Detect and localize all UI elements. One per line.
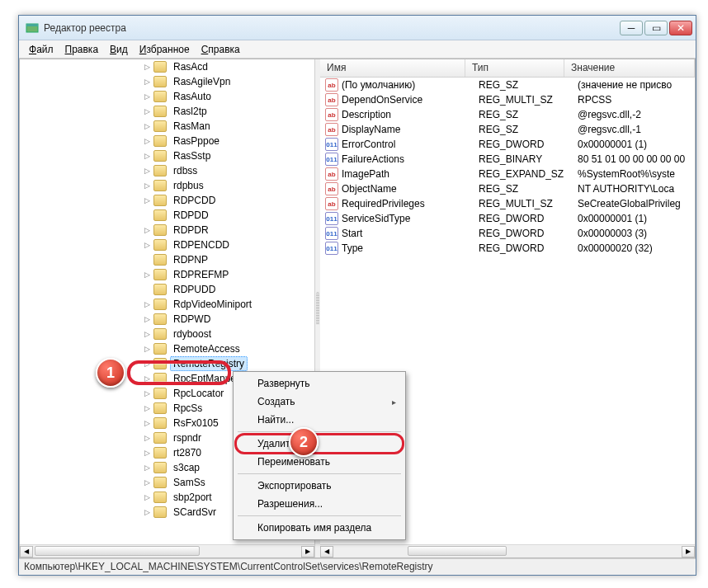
tree-item[interactable]: RDPWD [20,312,314,327]
ctx-create[interactable]: Создать [236,393,403,411]
tree-item[interactable]: RDPCDD [20,193,314,208]
tree-item[interactable]: RasPppoe [20,134,314,148]
expand-icon[interactable] [142,433,152,443]
expand-icon[interactable] [142,507,152,517]
expand-icon[interactable] [142,151,152,161]
value-row[interactable]: 011ErrorControlREG_DWORD0x00000001 (1) [320,137,695,152]
tree-item[interactable]: RDPDD [20,208,314,223]
menu-view[interactable]: Вид [105,42,133,57]
string-value-icon: ab [325,182,338,195]
tree-item-label: RDPNP [170,252,211,267]
expand-icon[interactable] [142,92,152,101]
expand-icon[interactable] [142,359,152,369]
ctx-find[interactable]: Найти... [236,411,403,429]
expand-icon[interactable] [142,62,152,72]
expand-icon[interactable] [142,463,152,473]
expand-icon[interactable] [142,418,152,428]
value-row[interactable]: 011StartREG_DWORD0x00000003 (3) [320,226,695,241]
tree-item[interactable]: RDPNP [20,252,314,267]
tree-item[interactable]: RdpVideoMiniport [20,297,314,312]
expand-icon[interactable] [142,136,152,146]
expand-icon[interactable] [142,225,152,235]
ctx-copy-key-name[interactable]: Копировать имя раздела [236,519,403,537]
scroll-left-icon[interactable]: ◀ [20,546,33,557]
scroll-left-icon[interactable]: ◀ [320,546,333,557]
value-row[interactable]: 011TypeREG_DWORD0x00000020 (32) [320,241,695,256]
expand-icon[interactable] [142,448,152,458]
value-row[interactable]: abRequiredPrivilegesREG_MULTI_SZSeCreate… [320,196,695,211]
col-value[interactable]: Значение [564,59,695,77]
value-name: Type [342,242,479,254]
maximize-button[interactable]: ▭ [644,21,668,35]
values-hscroll[interactable]: ◀ ▶ [320,544,695,557]
titlebar[interactable]: Редактор реестра ─ ▭ ✕ [19,16,696,40]
value-row[interactable]: 011FailureActionsREG_BINARY80 51 01 00 0… [320,152,695,167]
tree-item[interactable]: RDPDR [20,223,314,238]
value-row[interactable]: abImagePathREG_EXPAND_SZ%SystemRoot%\sys… [320,167,695,181]
tree-item[interactable]: RasSstp [20,148,314,163]
expand-icon[interactable] [142,477,152,487]
expand-icon[interactable] [142,240,152,250]
expand-icon[interactable] [142,106,152,116]
ctx-expand[interactable]: Развернуть [236,374,403,393]
scroll-right-icon[interactable]: ▶ [682,546,695,557]
expand-icon[interactable] [142,195,152,205]
ctx-delete[interactable]: Удалить [236,435,403,453]
menu-file[interactable]: Файл [24,42,59,57]
ctx-export[interactable]: Экспортировать [236,477,403,495]
close-button[interactable]: ✕ [669,21,692,35]
expand-icon[interactable] [142,77,152,87]
expand-icon[interactable] [142,314,152,324]
menu-favorites[interactable]: Избранное [135,42,195,57]
col-name[interactable]: Имя [320,59,465,77]
expand-icon[interactable] [142,121,152,131]
menu-help[interactable]: Справка [196,42,245,57]
expand-icon[interactable] [142,270,152,280]
scroll-right-icon[interactable]: ▶ [301,546,314,557]
values-header[interactable]: Имя Тип Значение [320,59,695,78]
tree-item[interactable]: RDPREFMP [20,267,314,282]
value-row[interactable]: abObjectNameREG_SZNT AUTHORITY\Loca [320,181,695,196]
expand-icon[interactable] [142,403,152,413]
tree-item[interactable]: RemoteRegistry [20,356,314,371]
value-data: @regsvc.dll,-2 [578,109,695,120]
tree-item[interactable]: RemoteAccess [20,341,314,356]
menu-edit[interactable]: Правка [60,42,104,57]
scroll-thumb[interactable] [35,546,200,556]
folder-icon [153,462,167,473]
scroll-thumb[interactable] [408,546,507,556]
expand-icon[interactable] [142,388,152,398]
minimize-button[interactable]: ─ [620,21,643,35]
ctx-permissions[interactable]: Разрешения... [236,495,403,513]
value-row[interactable]: abDependOnServiceREG_MULTI_SZRPCSS [320,92,695,107]
tree-item[interactable]: RasAcd [20,59,314,74]
tree-item[interactable]: RasAuto [20,89,314,104]
col-type[interactable]: Тип [465,59,564,77]
expand-icon[interactable] [142,329,152,339]
expand-icon[interactable] [142,255,152,265]
tree-item[interactable]: RDPUDD [20,282,314,297]
folder-icon [153,313,167,325]
expand-icon[interactable] [142,285,152,294]
expand-icon[interactable] [142,210,152,220]
tree-item[interactable]: RDPENCDD [20,238,314,252]
value-row[interactable]: 011ServiceSidTypeREG_DWORD0x00000001 (1) [320,211,695,226]
folder-icon [153,76,167,87]
tree-item[interactable]: rdpbus [20,178,314,193]
tree-item[interactable]: RasMan [20,119,314,134]
expand-icon[interactable] [142,181,152,191]
tree-item[interactable]: rdbss [20,163,314,178]
expand-icon[interactable] [142,492,152,502]
expand-icon[interactable] [142,166,152,176]
expand-icon[interactable] [142,374,152,383]
ctx-rename[interactable]: Переименовать [236,453,403,471]
value-row[interactable]: abDescriptionREG_SZ@regsvc.dll,-2 [320,107,695,122]
expand-icon[interactable] [142,344,152,354]
value-row[interactable]: ab(По умолчанию)REG_SZ(значение не присв… [320,78,695,92]
value-row[interactable]: abDisplayNameREG_SZ@regsvc.dll,-1 [320,122,695,137]
tree-item[interactable]: RasAgileVpn [20,74,314,89]
tree-hscroll[interactable]: ◀ ▶ [20,544,314,557]
tree-item[interactable]: Rasl2tp [20,104,314,119]
expand-icon[interactable] [142,299,152,309]
tree-item[interactable]: rdyboost [20,327,314,341]
